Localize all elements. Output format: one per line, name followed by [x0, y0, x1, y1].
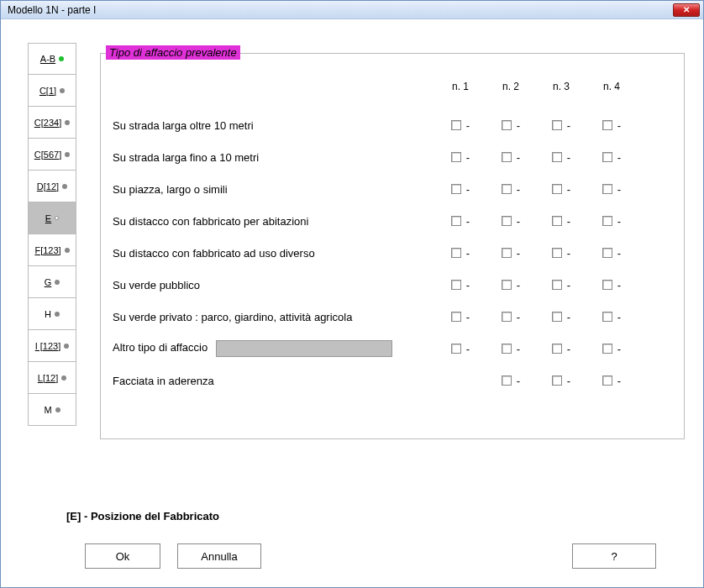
status-dot-icon: [65, 248, 70, 253]
sidebar-item-c567[interactable]: C[567]: [29, 139, 76, 171]
checkbox[interactable]: [451, 312, 461, 322]
cell: -: [536, 311, 586, 323]
cell: -: [536, 151, 586, 164]
checkbox[interactable]: [451, 216, 461, 226]
table-row: Altro tipo di affaccio----: [101, 333, 684, 365]
cell: -: [435, 119, 486, 132]
checkbox[interactable]: [451, 248, 461, 258]
dash-label: -: [517, 183, 520, 196]
checkbox[interactable]: [602, 312, 612, 322]
dash-label: -: [617, 247, 621, 260]
checkbox[interactable]: [502, 248, 512, 258]
sidebar-item-f123[interactable]: F[123]: [29, 234, 76, 266]
row-label: Su strada larga fino a 10 metri: [101, 151, 435, 164]
checkbox[interactable]: [552, 312, 562, 322]
status-dot-icon: [55, 280, 60, 285]
cancel-button[interactable]: Annulla: [177, 543, 261, 569]
cell: -: [435, 279, 486, 291]
sidebar-item-m[interactable]: M: [29, 394, 76, 426]
checkbox[interactable]: [602, 184, 612, 194]
checkbox[interactable]: [451, 280, 461, 290]
status-dot-icon: [55, 407, 60, 412]
close-button[interactable]: ✕: [673, 3, 700, 17]
table-row: Su piazza, largo o simili----: [101, 173, 684, 205]
checkbox[interactable]: [602, 248, 612, 258]
dash-label: -: [567, 215, 570, 228]
status-dot-icon: [64, 344, 69, 349]
cell: -: [435, 311, 486, 323]
cell: -: [586, 311, 637, 323]
row-label: Facciata in aderenza: [101, 375, 435, 387]
sidebar-item-label: I [123]: [35, 341, 61, 351]
cell: -: [486, 215, 536, 228]
cell: -: [536, 183, 586, 196]
checkbox[interactable]: [552, 152, 562, 162]
cell: -: [486, 247, 536, 260]
sidebar-item-label: C[1]: [39, 86, 56, 96]
sidebar-item-c234[interactable]: C[234]: [29, 107, 76, 139]
cell: -: [586, 279, 637, 291]
sidebar-item-e[interactable]: E: [29, 202, 76, 234]
checkbox[interactable]: [552, 248, 562, 258]
checkbox[interactable]: [602, 216, 612, 226]
checkbox[interactable]: [602, 280, 612, 290]
checkbox[interactable]: [502, 184, 512, 194]
checkbox[interactable]: [602, 120, 612, 130]
sidebar-item-l12[interactable]: L[12]: [29, 362, 76, 394]
checkbox[interactable]: [602, 344, 612, 354]
checkbox[interactable]: [502, 344, 512, 354]
sidebar-item-label: C[567]: [34, 150, 61, 160]
dash-label: -: [517, 311, 520, 323]
cancel-button-label: Annulla: [201, 550, 237, 563]
checkbox[interactable]: [602, 152, 612, 162]
sidebar-item-i123[interactable]: I [123]: [29, 330, 76, 362]
content-area: A-BC[1]C[234]C[567]D[12]EF[123]GHI [123]…: [1, 19, 703, 587]
checkbox[interactable]: [451, 184, 461, 194]
dash-label: -: [466, 119, 470, 132]
sidebar-item-g[interactable]: G: [29, 266, 76, 298]
close-icon: ✕: [683, 5, 690, 14]
checkbox[interactable]: [502, 216, 512, 226]
table-row: Su distacco con fabbricato ad uso divers…: [101, 237, 684, 269]
checkbox[interactable]: [552, 344, 562, 354]
sidebar-item-d12[interactable]: D[12]: [29, 171, 76, 202]
status-dot-icon: [65, 152, 70, 157]
checkbox[interactable]: [552, 216, 562, 226]
altro-affaccio-input[interactable]: [216, 340, 392, 357]
checkbox[interactable]: [451, 344, 461, 354]
cell: -: [486, 375, 536, 387]
checkbox[interactable]: [502, 312, 512, 322]
sidebar-item-label: C[234]: [34, 118, 61, 128]
help-button[interactable]: ?: [572, 543, 656, 569]
status-dot-icon: [61, 375, 66, 381]
dash-label: -: [466, 247, 470, 260]
dash-label: -: [617, 343, 621, 355]
checkbox[interactable]: [451, 152, 461, 162]
checkbox[interactable]: [602, 375, 612, 386]
sidebar-item-label: E: [45, 213, 51, 223]
checkbox[interactable]: [552, 280, 562, 290]
sidebar-item-c1[interactable]: C[1]: [29, 75, 76, 107]
window-title: Modello 1N - parte I: [4, 4, 673, 16]
cell: -: [486, 279, 536, 291]
checkbox[interactable]: [552, 184, 562, 194]
checkbox[interactable]: [552, 120, 562, 130]
dash-label: -: [517, 151, 520, 164]
dash-label: -: [466, 279, 470, 291]
cell: -: [586, 343, 637, 355]
cell: -: [536, 215, 586, 228]
dash-label: -: [567, 375, 570, 387]
checkbox[interactable]: [502, 152, 512, 162]
checkbox[interactable]: [502, 120, 512, 130]
sidebar-item-h[interactable]: H: [29, 298, 76, 330]
row-label: Su piazza, largo o simili: [101, 183, 435, 196]
checkbox[interactable]: [502, 280, 512, 290]
ok-button[interactable]: Ok: [85, 543, 160, 569]
checkbox[interactable]: [451, 120, 461, 130]
sidebar-item-label: H: [45, 309, 51, 319]
checkbox[interactable]: [502, 375, 512, 386]
checkbox[interactable]: [552, 375, 562, 386]
cell: -: [586, 215, 637, 228]
sidebar-item-ab[interactable]: A-B: [29, 43, 76, 75]
dash-label: -: [567, 311, 570, 323]
